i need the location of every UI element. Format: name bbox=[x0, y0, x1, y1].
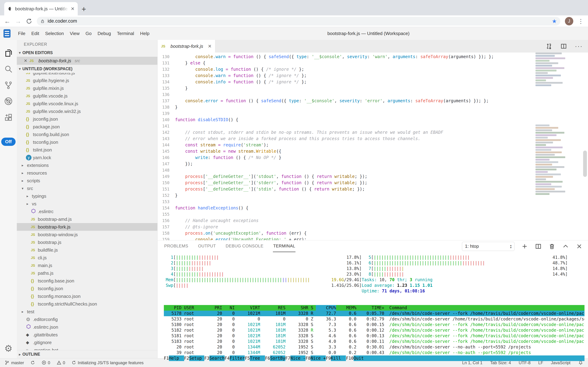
close-tab-icon[interactable]: ✕ bbox=[208, 44, 212, 49]
outline-section[interactable]: ▸ OUTLINE bbox=[17, 350, 157, 358]
tree-file-gulpfile-vscode-linux-js[interactable]: JSgulpfile.vscode.linux.js bbox=[17, 100, 157, 108]
fkey-f6[interactable]: F6SortBy bbox=[265, 355, 285, 361]
process-row[interactable]: 39root2001344M620521952S0.00.20:00.43/de… bbox=[164, 350, 585, 355]
tree-file-gulpfile-hygiene-js[interactable]: JSgulpfile.hygiene.js bbox=[17, 77, 157, 84]
telemetry-off-badge[interactable]: Off bbox=[1, 138, 16, 146]
tree-file-tsconfig-json[interactable]: {}tsconfig.json bbox=[17, 138, 157, 146]
tree-file-tsconfig-strictnullchecks-json[interactable]: {}tsconfig.strictNullChecks.json bbox=[17, 300, 157, 308]
tree-folder-vs[interactable]: ▸vs bbox=[17, 200, 157, 208]
tree-file-bootstrap-amd-js[interactable]: JSbootstrap-amd.js bbox=[17, 215, 157, 223]
tree-file-paths-js[interactable]: JSpaths.js bbox=[17, 269, 157, 277]
tree-file-bootstrap-window-js[interactable]: JSbootstrap-window.js bbox=[17, 231, 157, 239]
tree-file-package-json[interactable]: {}package.json bbox=[17, 123, 157, 131]
tree-folder-test[interactable]: ▸test bbox=[17, 308, 157, 316]
browser-menu-icon[interactable]: ⋮ bbox=[578, 18, 584, 25]
menu-item-view[interactable]: View bbox=[67, 31, 83, 36]
process-row[interactable]: 5233root200000Z36.30.00:02.79/dev/shm/bi… bbox=[164, 316, 585, 322]
tree-file--eslintrc-json[interactable]: .eslintrc.json bbox=[17, 323, 157, 331]
activity-search-icon[interactable] bbox=[0, 61, 17, 77]
back-icon[interactable]: ← bbox=[4, 17, 10, 25]
tree-file-gulpfile-mixin-js[interactable]: JSgulpfile.mixin.js bbox=[17, 84, 157, 92]
tree-folder-extensions[interactable]: ▸extensions bbox=[17, 161, 157, 169]
status-item-right-0[interactable]: Ln 1, Col 1 bbox=[462, 360, 482, 365]
tree-file--gitignore[interactable]: ◆.gitignore bbox=[17, 339, 157, 346]
new-terminal-icon[interactable] bbox=[521, 243, 528, 250]
tree-file-jsconfig-json[interactable]: {}jsconfig.json bbox=[17, 115, 157, 123]
tree-file--eslintrc[interactable]: .eslintrc bbox=[17, 208, 157, 215]
split-terminal-icon[interactable] bbox=[535, 243, 542, 250]
maximize-panel-icon[interactable] bbox=[562, 243, 569, 250]
status-bell[interactable] bbox=[578, 360, 583, 366]
status-warning[interactable]: 0 bbox=[57, 360, 65, 366]
minimap[interactable] bbox=[536, 52, 569, 240]
tree-file--editorconfig[interactable]: ⚙.editorconfig bbox=[17, 316, 157, 323]
browser-tab[interactable]: bootstrap-fork.js — Untitled (V ✕ bbox=[4, 2, 78, 15]
open-editors-section[interactable]: ▾ OPEN EDITORS bbox=[17, 49, 157, 57]
status-item-right-1[interactable]: Tab Size: 4 bbox=[490, 360, 511, 365]
fkey-f4[interactable]: F4Filter bbox=[224, 355, 245, 361]
fkey-f8[interactable]: F8Nice + bbox=[306, 355, 326, 361]
tree-file-tsconfig-json[interactable]: {}tsconfig.json bbox=[17, 285, 157, 292]
tree-file-cli-js[interactable]: JScli.js bbox=[17, 254, 157, 262]
menu-item-terminal[interactable]: Terminal bbox=[114, 31, 137, 36]
status-spinner[interactable]: Initializing JS/TS language features bbox=[71, 360, 144, 366]
editor-tab[interactable]: JS bootstrap-fork.js ✕ bbox=[157, 40, 215, 52]
menu-item-file[interactable]: File bbox=[15, 31, 28, 36]
activity-source-control-icon[interactable] bbox=[0, 77, 17, 93]
tree-file-bootstrap-fork-js[interactable]: JSbootstrap-fork.js bbox=[17, 223, 157, 231]
app-logo-icon[interactable] bbox=[3, 29, 10, 38]
tree-folder-scripts[interactable]: ▸scripts bbox=[17, 177, 157, 184]
htop-table-header[interactable]: PIDUSERPRINIVIRTRESSHRSCPU%MEM%TIME+Comm… bbox=[164, 305, 585, 311]
process-row[interactable]: 5180root2001021M181M3328S7.30.60:00.15/d… bbox=[164, 322, 585, 327]
tree-file-gulpfile-extensions-js[interactable]: JSgulpfile.extensions.js bbox=[17, 73, 157, 77]
new-tab-button[interactable]: + bbox=[82, 5, 86, 13]
url-bar[interactable]: ide.coder.com ★ bbox=[37, 17, 560, 25]
panel-tab-debug-console[interactable]: DEBUG CONSOLE bbox=[225, 240, 264, 252]
fkey-f9[interactable]: F9Kill bbox=[326, 355, 346, 361]
fkey-f1[interactable]: F1Help bbox=[164, 355, 184, 361]
process-row[interactable]: 5178root2001021M181M3328R72.70.60:05.70/… bbox=[164, 311, 585, 316]
settings-gear-icon[interactable]: ⚙ bbox=[4, 343, 13, 354]
tree-folder-resources[interactable]: ▸resources bbox=[17, 169, 157, 177]
panel-tab-problems[interactable]: PROBLEMS bbox=[164, 240, 189, 252]
open-editor-item[interactable]: ✕ JS bootstrap-fork.js src bbox=[17, 57, 157, 65]
menu-item-selection[interactable]: Selection bbox=[42, 31, 67, 36]
split-editor-icon[interactable] bbox=[560, 43, 567, 50]
terminal-select[interactable]: 1: htop ▴▾ bbox=[462, 242, 514, 251]
tree-folder-src[interactable]: ▾src bbox=[17, 184, 157, 192]
fkey-f2[interactable]: F2Setup bbox=[184, 355, 205, 361]
tree-folder-typings[interactable]: ▸typings bbox=[17, 192, 157, 200]
tree-file--mention-bot[interactable]: ≡.mention-bot bbox=[17, 346, 157, 350]
tree-file-bootstrap-js[interactable]: JSbootstrap.js bbox=[17, 239, 157, 246]
tree-file-main-js[interactable]: JSmain.js bbox=[17, 262, 157, 269]
close-icon[interactable]: ✕ bbox=[24, 58, 27, 63]
status-item-right-4[interactable]: JavaScript bbox=[551, 360, 571, 365]
terminal[interactable]: 1[|||||||||||||||||17.8%]2[|||||||||||||… bbox=[157, 252, 588, 361]
status-item-right-3[interactable]: LF bbox=[538, 360, 543, 365]
menu-item-edit[interactable]: Edit bbox=[28, 31, 42, 36]
process-row[interactable]: 20root2001344M620521952S3.30.20:30.01/de… bbox=[164, 344, 585, 350]
forward-icon[interactable]: → bbox=[15, 17, 21, 25]
fkey-f5[interactable]: F5Tree bbox=[245, 355, 265, 361]
editor-scrollbar[interactable] bbox=[583, 150, 587, 177]
close-tab-icon[interactable]: ✕ bbox=[71, 6, 75, 12]
tree-file-buildfile-js[interactable]: JSbuildfile.js bbox=[17, 246, 157, 254]
status-sync[interactable] bbox=[30, 360, 35, 366]
reload-icon[interactable] bbox=[26, 18, 32, 24]
activity-debug-off-icon[interactable] bbox=[0, 93, 17, 109]
tree-file-tsconfig-build-json[interactable]: {}tsconfig.build.json bbox=[17, 131, 157, 138]
process-row[interactable]: 5181root2001021M181M3328S4.60.60:00.13/d… bbox=[164, 333, 585, 339]
url-text[interactable]: ide.coder.com bbox=[48, 18, 549, 24]
more-actions-icon[interactable]: ··· bbox=[575, 42, 583, 50]
process-row[interactable]: 5182root2001021M181M3328R5.30.60:00.12/d… bbox=[164, 327, 585, 333]
code-editor[interactable]: 130 console.warn = function () { safeSen… bbox=[157, 52, 588, 240]
menu-item-go[interactable]: Go bbox=[83, 31, 95, 36]
status-branch[interactable]: master bbox=[5, 360, 24, 366]
fkey-f3[interactable]: F3Search bbox=[204, 355, 224, 361]
process-row[interactable]: 5183root2001021M181M3328S4.00.60:00.11/d… bbox=[164, 339, 585, 344]
kill-terminal-trash-icon[interactable] bbox=[548, 243, 555, 250]
fkey-f7[interactable]: F7Nice - bbox=[285, 355, 306, 361]
compare-changes-icon[interactable] bbox=[546, 43, 553, 50]
status-item-right-2[interactable]: UTF-8 bbox=[519, 360, 530, 365]
tree-file-gulpfile-vscode-js[interactable]: JSgulpfile.vscode.js bbox=[17, 92, 157, 100]
